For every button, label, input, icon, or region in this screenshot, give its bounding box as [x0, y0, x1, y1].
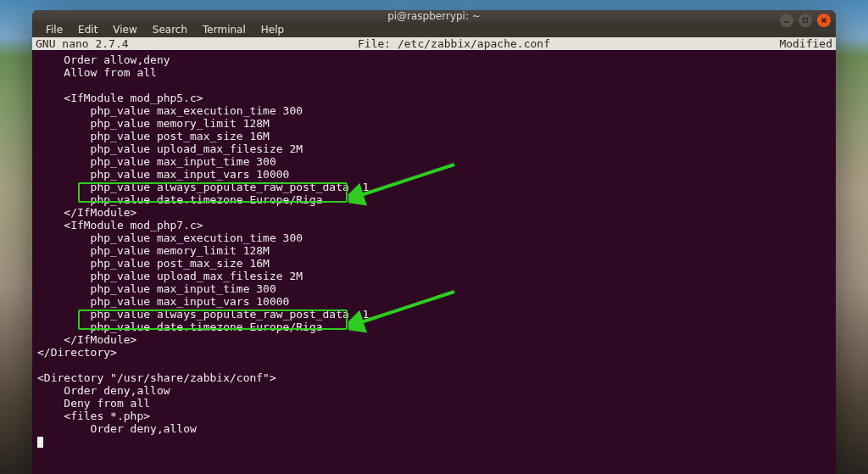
window-title: pi@raspberrypi: ~ [387, 10, 481, 22]
svg-rect-1 [804, 19, 808, 23]
nano-modified-badge: Modified [779, 37, 832, 50]
text-cursor [37, 437, 43, 448]
menubar: File Edit View Search Terminal Help [32, 22, 836, 37]
minimize-icon [783, 17, 790, 24]
window-controls [780, 14, 831, 27]
terminal-window: pi@raspberrypi: ~ File Edit View Search … [32, 10, 836, 474]
menu-terminal[interactable]: Terminal [196, 22, 253, 37]
menu-view[interactable]: View [106, 22, 143, 37]
editor-viewport[interactable]: Order allow,deny Allow from all <IfModul… [32, 50, 836, 474]
window-titlebar[interactable]: pi@raspberrypi: ~ [32, 10, 836, 22]
minimize-button[interactable] [780, 14, 793, 27]
maximize-icon [802, 17, 809, 24]
file-content: Order allow,deny Allow from all <IfModul… [37, 53, 831, 435]
nano-file-path: File: /etc/zabbix/apache.conf [129, 37, 780, 50]
menu-edit[interactable]: Edit [71, 22, 104, 37]
close-button[interactable] [817, 14, 831, 27]
nano-status-bar: GNU nano 2.7.4 File: /etc/zabbix/apache.… [32, 37, 836, 50]
menu-search[interactable]: Search [146, 22, 194, 37]
close-icon [821, 17, 827, 24]
maximize-button[interactable] [798, 14, 812, 27]
nano-version: GNU nano 2.7.4 [36, 37, 129, 50]
menu-file[interactable]: File [39, 22, 70, 37]
menu-help[interactable]: Help [254, 22, 291, 37]
